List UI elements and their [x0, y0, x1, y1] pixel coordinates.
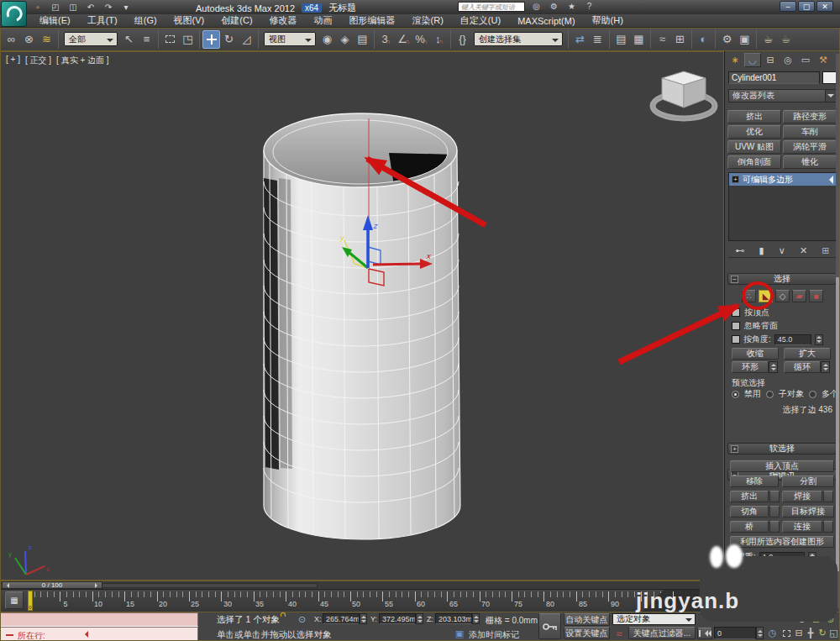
- search-icon[interactable]: ◎: [529, 1, 543, 12]
- border-subobject-icon[interactable]: ◇: [775, 290, 790, 302]
- menu-modifiers[interactable]: 修改器: [262, 14, 305, 27]
- chamfer-settings-icon[interactable]: [769, 506, 780, 518]
- use-pivot-center-icon[interactable]: ◉: [318, 30, 336, 49]
- material-editor-icon[interactable]: ◐: [695, 30, 712, 49]
- gizmo-x-axis[interactable]: [373, 264, 423, 265]
- loop-spinner[interactable]: [821, 361, 830, 373]
- selection-filter-dropdown[interactable]: 全部: [64, 32, 118, 46]
- remove-button[interactable]: 移除: [730, 475, 779, 487]
- pin-stack-icon[interactable]: ⊷: [736, 245, 745, 256]
- snap-toggle-3d-icon[interactable]: 3∩: [377, 30, 395, 49]
- modifier-list-dropdown[interactable]: 修改器列表: [728, 89, 837, 102]
- modifier-bevelprofile-button[interactable]: 倒角剖面: [727, 155, 781, 169]
- previous-frame-icon[interactable]: [4, 583, 9, 588]
- menu-animation[interactable]: 动画: [307, 14, 340, 27]
- x-coord-field[interactable]: 265.764mm: [323, 613, 360, 624]
- x-coord-spinner[interactable]: [360, 613, 367, 624]
- zoom-region-icon[interactable]: ⊟: [793, 627, 805, 638]
- modifier-stack[interactable]: + 可编辑多边形: [728, 172, 837, 241]
- select-object-icon[interactable]: ↖: [120, 30, 138, 49]
- absolute-offset-toggle-icon[interactable]: ⊙: [295, 613, 309, 625]
- split-button[interactable]: 分割: [782, 475, 834, 487]
- spinner-snap-icon[interactable]: ↕∩: [430, 30, 448, 49]
- object-color-swatch[interactable]: [822, 71, 837, 84]
- key-filter-scope-dropdown[interactable]: 选定对象: [612, 613, 696, 625]
- open-file-icon[interactable]: ◰: [48, 1, 63, 13]
- goto-start-button[interactable]: [697, 628, 712, 639]
- menu-graph-editors[interactable]: 图形编辑器: [342, 14, 403, 27]
- viewcube[interactable]: [653, 71, 715, 118]
- target-weld-button[interactable]: 目标焊接: [782, 506, 834, 518]
- tab-motion-icon[interactable]: ◎: [780, 53, 796, 67]
- grow-button[interactable]: 扩大: [784, 348, 831, 360]
- weld-settings-icon[interactable]: [823, 491, 833, 502]
- viewport-canvas[interactable]: z y x x y z: [1, 52, 723, 580]
- named-selection-sets-dropdown[interactable]: 创建选择集: [474, 32, 563, 46]
- menu-create[interactable]: 创建(C): [213, 14, 260, 27]
- track-bar[interactable]: ▦ 0 5 10 15 20 25 30 35 40 45 50 55 60 6…: [0, 589, 724, 612]
- polygon-subobject-icon[interactable]: ▰: [792, 290, 806, 302]
- curve-icon[interactable]: ≈: [612, 628, 626, 639]
- bind-to-spacewarp-icon[interactable]: ≋: [38, 30, 55, 49]
- menu-customize[interactable]: 自定义(U): [453, 14, 508, 27]
- insert-vertex-button[interactable]: 插入顶点: [730, 460, 834, 472]
- unlink-selection-icon[interactable]: ⊗: [20, 30, 38, 49]
- extrude-button[interactable]: 挤出: [730, 491, 769, 502]
- add-time-tag-label[interactable]: 添加时间标记: [469, 629, 519, 641]
- shrink-button[interactable]: 收缩: [732, 348, 779, 360]
- save-file-icon[interactable]: ◫: [66, 1, 81, 13]
- close-button[interactable]: ✕: [816, 1, 833, 12]
- render-setup-icon[interactable]: ⚙: [718, 30, 736, 49]
- ignore-backfacing-checkbox[interactable]: [732, 322, 740, 330]
- render-iterative-icon[interactable]: ☕: [777, 30, 795, 49]
- z-coord-spinner[interactable]: [472, 613, 480, 624]
- element-subobject-icon[interactable]: ■: [809, 290, 823, 302]
- undo-icon[interactable]: ↶: [83, 1, 98, 13]
- maxscript-macro-recorder[interactable]: [0, 612, 198, 627]
- viewport[interactable]: [ + ] [ 正交 ] [ 真实 + 边面 ]: [0, 51, 724, 581]
- rectangular-selection-region-icon[interactable]: [161, 30, 179, 49]
- orbit-icon[interactable]: ↻: [816, 627, 828, 638]
- y-coord-spinner[interactable]: [416, 613, 423, 624]
- settings-icon[interactable]: ⚙: [547, 1, 561, 12]
- modifier-turbosmooth-button[interactable]: 涡轮平滑: [783, 140, 837, 154]
- remove-modifier-icon[interactable]: ✕: [800, 245, 807, 256]
- expand-subobjects-icon[interactable]: +: [732, 176, 739, 183]
- loop-button[interactable]: 循环: [784, 361, 821, 373]
- tab-modify-icon[interactable]: ◡: [744, 53, 761, 67]
- listener-scroll-icon[interactable]: [81, 631, 88, 638]
- edit-named-selection-sets-icon[interactable]: {}: [454, 30, 471, 49]
- menu-group[interactable]: 组(G): [127, 14, 165, 27]
- configure-modifier-sets-icon[interactable]: ⊞: [822, 245, 829, 256]
- menu-edit[interactable]: 编辑(E): [32, 14, 78, 27]
- connect-button[interactable]: 连接: [782, 521, 822, 533]
- make-unique-icon[interactable]: ∨: [779, 245, 785, 256]
- edge-subobject-icon[interactable]: ◣: [759, 290, 773, 302]
- maxscript-listener[interactable]: 所在行:: [0, 627, 198, 641]
- preview-multi-radio[interactable]: [809, 391, 816, 398]
- menu-help[interactable]: 帮助(H): [585, 14, 631, 27]
- select-and-link-icon[interactable]: ∞: [3, 30, 20, 49]
- mirror-icon[interactable]: ⇄: [571, 30, 589, 49]
- object-name-field[interactable]: Cylinder001: [728, 71, 820, 84]
- menu-views[interactable]: 视图(V): [166, 14, 213, 27]
- menu-rendering[interactable]: 渲染(R): [405, 14, 451, 27]
- tab-display-icon[interactable]: ▭: [797, 53, 814, 67]
- maximize-viewport-icon[interactable]: ◱: [828, 627, 839, 638]
- mini-curve-editor-button[interactable]: ▦: [5, 591, 24, 609]
- modifier-optimize-button[interactable]: 优化: [727, 125, 781, 139]
- modifier-extrude-button[interactable]: 挤出: [727, 110, 781, 123]
- search-input[interactable]: 键入关键字或短语: [458, 2, 525, 12]
- menu-tools[interactable]: 工具(T): [80, 14, 125, 27]
- modifier-lathe-button[interactable]: 车削: [783, 125, 837, 139]
- select-and-move-icon[interactable]: [202, 30, 220, 49]
- cylinder-object[interactable]: [264, 113, 460, 539]
- pan-icon[interactable]: ╋: [805, 627, 816, 638]
- stack-item-editable-poly[interactable]: + 可编辑多边形: [729, 173, 836, 186]
- set-key-mode-button[interactable]: [538, 613, 561, 639]
- set-key-button[interactable]: 设置关键点: [564, 627, 610, 639]
- time-slider-handle[interactable]: 0 / 100: [2, 581, 102, 589]
- vertex-subobject-icon[interactable]: ∴: [742, 290, 756, 302]
- current-frame-field[interactable]: 0: [714, 627, 756, 639]
- extrude-settings-icon[interactable]: [769, 491, 780, 502]
